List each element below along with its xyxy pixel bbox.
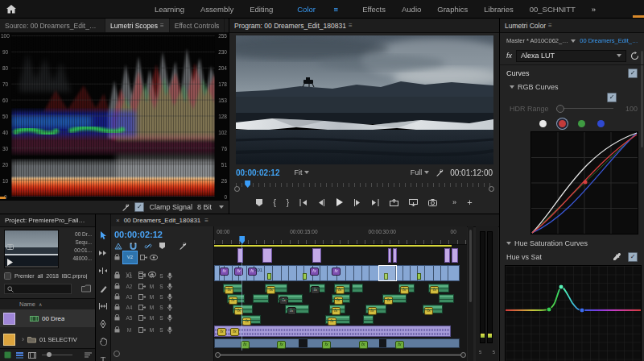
clamp-signal-checkbox[interactable]: ✓ <box>134 202 144 212</box>
tab-timeline-sequence[interactable]: × 00 Dreamers_Edit_180831 ≡ <box>111 214 213 226</box>
scrubber-left-handle[interactable] <box>234 186 240 192</box>
lock-icon[interactable] <box>114 293 120 300</box>
timeline-clip-audio[interactable]: fx <box>332 294 349 303</box>
timeline-clip-audio[interactable]: fx <box>423 305 443 313</box>
tab-program-monitor[interactable]: Program: 00 Dreamers_Edit_180831≡ <box>229 19 357 32</box>
sequence-clip-label[interactable]: 00 Dreamers_Edit_180831... <box>580 37 639 44</box>
panel-menu-icon[interactable]: ≡ <box>349 22 353 29</box>
insert-patch-icon[interactable] <box>140 255 147 260</box>
tab-lumetri-scopes[interactable]: Lumetri Scopes≡ <box>105 19 170 32</box>
insert-patch-icon[interactable] <box>138 315 146 321</box>
timeline-clip-audio[interactable] <box>352 284 363 293</box>
fx-badge[interactable]: fx <box>217 328 226 336</box>
step-forward-button[interactable] <box>353 199 361 206</box>
channel-dot-blue[interactable] <box>597 120 605 127</box>
zoom-level-select[interactable]: Fit <box>294 168 302 176</box>
lut-select[interactable]: Alexa LUT <box>516 50 626 62</box>
tab-source-monitor[interactable]: Source: 00 Dreamers_Edit_180831 <box>0 19 105 32</box>
fx-badge[interactable]: fx <box>220 268 229 276</box>
list-view-icon[interactable] <box>16 351 23 359</box>
timeline-clip-audio[interactable]: fx <box>233 305 253 313</box>
fx-badge[interactable]: fx <box>332 268 341 276</box>
slip-tool[interactable] <box>97 300 109 313</box>
timeline-hscroll[interactable] <box>217 353 464 357</box>
track-output-eye-icon[interactable] <box>150 255 158 260</box>
project-writable-icon[interactable] <box>4 351 11 359</box>
voiceover-mic-icon[interactable] <box>167 272 172 280</box>
selected-clip-outline[interactable] <box>378 265 397 281</box>
ripple-edit-tool[interactable] <box>97 264 109 277</box>
track-name[interactable]: A5 <box>122 315 136 321</box>
fx-badge[interactable]: fx <box>395 341 404 349</box>
channel-dot-white[interactable] <box>539 120 547 127</box>
export-frame-button[interactable] <box>428 199 437 206</box>
timeline-clip-audio[interactable]: fx <box>382 294 407 303</box>
project-preview-thumbnail[interactable] <box>4 230 59 268</box>
track-height-scroll-handle[interactable] <box>114 351 120 357</box>
mark-out-button[interactable]: } <box>287 198 289 207</box>
tab-lumetri-color[interactable]: Lumetri Color≡ <box>500 19 557 32</box>
lock-icon[interactable] <box>114 304 120 310</box>
timeline-clip-music[interactable]: fxfx <box>214 326 451 337</box>
sort-options-icon[interactable] <box>85 352 92 359</box>
close-icon[interactable]: × <box>116 217 120 224</box>
lock-icon[interactable] <box>114 326 120 333</box>
voiceover-mic-icon[interactable] <box>167 314 172 322</box>
panel-scrollbar[interactable] <box>641 51 643 147</box>
workspace-tab-audio[interactable]: Audio <box>394 5 429 14</box>
hue-vs-sat-enable-checkbox[interactable]: ✓ <box>628 252 638 262</box>
mute-button[interactable]: M <box>148 305 155 310</box>
icon-view-icon[interactable] <box>28 352 36 359</box>
timeline-vscroll[interactable] <box>468 226 473 361</box>
scope-settings-wrench-icon[interactable] <box>122 203 130 211</box>
curves-section-header[interactable]: Curves ✓ <box>506 68 638 79</box>
add-marker-button[interactable] <box>256 199 262 206</box>
track-header-a4[interactable]: A4MS <box>111 302 213 312</box>
hscroll-right-handle[interactable] <box>460 352 466 358</box>
timeline-clip-audio[interactable]: fx <box>334 284 350 293</box>
mute-button[interactable]: M <box>148 284 155 289</box>
solo-button[interactable]: S <box>158 305 165 310</box>
lock-icon[interactable] <box>114 283 120 289</box>
reset-effect-icon[interactable] <box>630 52 639 60</box>
chevron-down-icon[interactable] <box>304 171 309 174</box>
workspace-tab-schnitt[interactable]: 00_SCHNITT <box>522 5 584 14</box>
rgb-curves-enable-checkbox[interactable]: ✓ <box>607 93 617 102</box>
workspace-overflow-button[interactable]: » <box>584 5 604 14</box>
workspace-tab-editing[interactable]: Editing <box>242 5 281 14</box>
voiceover-mic-icon[interactable] <box>167 293 172 301</box>
solo-button[interactable]: S <box>158 327 165 333</box>
playback-resolution-select[interactable]: Full <box>411 168 423 176</box>
selection-tool[interactable] <box>97 229 109 242</box>
hue-saturation-curves-header[interactable]: Hue Saturation Curves <box>506 238 638 248</box>
insert-patch-icon[interactable] <box>138 327 146 333</box>
program-current-timecode[interactable]: 00:00:02:12 <box>236 168 279 177</box>
timeline-clip-audio[interactable]: fx <box>398 284 415 293</box>
solo-button[interactable]: S <box>158 315 165 321</box>
thumbnail-size-knob[interactable] <box>47 352 52 357</box>
timeline-clip-audio[interactable] <box>439 294 454 303</box>
source-patch-v2[interactable]: V2 <box>122 251 138 264</box>
scrubber-right-handle[interactable] <box>489 186 494 192</box>
home-icon[interactable] <box>6 5 16 14</box>
track-header-a2[interactable]: A2MS <box>111 281 213 291</box>
panel-menu-icon[interactable]: ≡ <box>548 22 552 29</box>
track-name[interactable]: A1 <box>122 273 136 279</box>
work-area-bar[interactable] <box>214 245 452 247</box>
video-clip-strip[interactable]: fxfxfxfxfxA01 <box>214 265 460 281</box>
voiceover-mic-icon[interactable] <box>167 283 172 290</box>
hand-tool[interactable] <box>97 335 109 348</box>
insert-patch-icon[interactable] <box>138 273 146 279</box>
lock-icon[interactable] <box>114 314 120 321</box>
voiceover-mic-icon[interactable] <box>167 304 172 311</box>
insert-patch-icon[interactable] <box>138 294 146 300</box>
pen-tool[interactable] <box>97 317 109 330</box>
type-tool[interactable]: T <box>97 353 109 361</box>
workspace-tab-graphics[interactable]: Graphics <box>429 5 476 14</box>
timeline-clip-audio[interactable]: fx <box>285 305 309 313</box>
timeline-clip-audio[interactable] <box>253 294 269 303</box>
bit-depth-select[interactable]: 8 Bit <box>197 203 212 211</box>
label-swatch-purple[interactable] <box>3 313 15 325</box>
rgb-curve-graph[interactable] <box>530 131 638 234</box>
play-button[interactable] <box>336 198 343 206</box>
